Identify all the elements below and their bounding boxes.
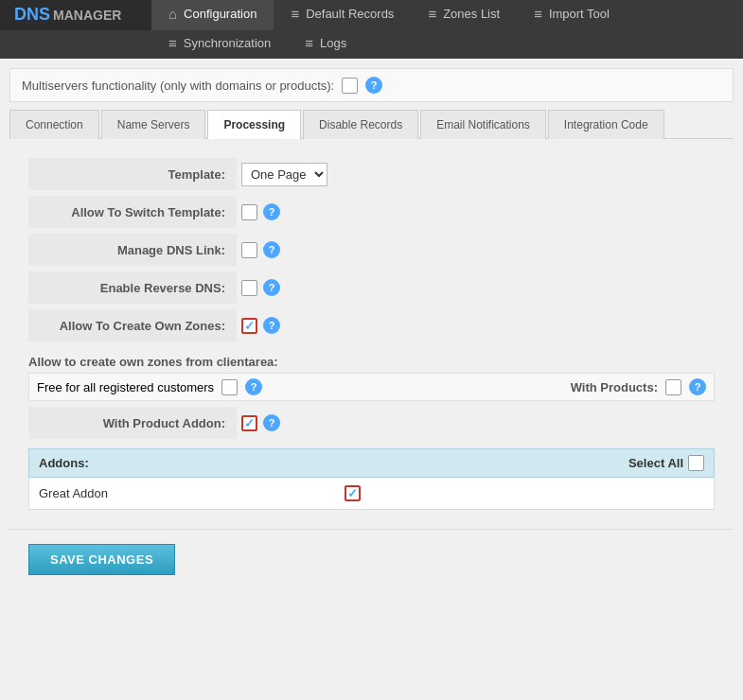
allow-switch-checkbox[interactable]	[241, 204, 257, 220]
enable-reverse-control: ?	[237, 279, 715, 296]
free-all-label: Free for all registered customers	[37, 380, 214, 394]
allow-switch-row: Allow To Switch Template: ?	[28, 196, 715, 228]
multiserver-bar: Multiservers functionality (only with do…	[9, 68, 734, 102]
manage-dns-checkbox[interactable]	[241, 242, 257, 258]
great-addon-checkbox[interactable]	[345, 485, 361, 501]
save-changes-button[interactable]: SAVE CHANGES	[28, 544, 175, 575]
brand-logo: DNS MANAGER	[0, 0, 151, 30]
brand-manager: MANAGER	[53, 8, 121, 23]
tab-name-servers[interactable]: Name Servers	[101, 110, 206, 139]
nav-item-default-records[interactable]: ≡ Default Records	[274, 0, 411, 30]
allow-create-help-icon[interactable]: ?	[263, 317, 280, 334]
nav-item-logs[interactable]: ≡ Logs	[288, 30, 363, 60]
enable-reverse-help-icon[interactable]: ?	[263, 279, 280, 296]
manage-dns-row: Manage DNS Link: ?	[28, 234, 715, 266]
nav-label-synchronization: Synchronization	[184, 36, 272, 50]
nav-label-default-records: Default Records	[306, 7, 394, 21]
addons-title: Addons:	[39, 456, 89, 470]
with-product-addon-help-icon[interactable]: ?	[263, 414, 280, 431]
addon-name: Great Addon	[39, 486, 108, 500]
multiserver-checkbox[interactable]	[342, 78, 358, 94]
nav-item-synchronization[interactable]: ≡ Synchronization	[151, 30, 288, 60]
free-all-help-icon[interactable]: ?	[245, 378, 262, 395]
with-product-addon-checkbox[interactable]	[241, 415, 257, 431]
template-control: One Page	[237, 163, 715, 186]
records-icon: ≡	[291, 6, 299, 22]
enable-reverse-row: Enable Reverse DNS: ?	[28, 271, 715, 304]
allow-create-row: Allow To Create Own Zones: ?	[28, 309, 715, 341]
with-products-label: With Products:	[571, 380, 658, 394]
main-content: Multiservers functionality (only with do…	[0, 59, 743, 599]
tab-connection[interactable]: Connection	[9, 110, 99, 139]
allow-create-checkbox[interactable]	[241, 318, 257, 334]
clientarea-options-row: Free for all registered customers ? With…	[28, 373, 715, 401]
import-icon: ≡	[534, 6, 542, 22]
nav-label-import-tool: Import Tool	[549, 7, 610, 21]
top-navigation: DNS MANAGER ⌂ Configuration ≡ Default Re…	[0, 0, 743, 59]
tab-processing[interactable]: Processing	[207, 110, 301, 139]
addons-header: Addons: Select All	[28, 448, 715, 478]
nav-row2: ≡ Synchronization ≡ Logs	[0, 30, 743, 60]
with-product-addon-row: With Product Addon: ?	[28, 407, 715, 439]
allow-create-label: Allow To Create Own Zones:	[28, 309, 237, 341]
nav-label-logs: Logs	[320, 36, 346, 50]
brand-dns: DNS	[14, 5, 50, 25]
tab-email-notifications[interactable]: Email Notifications	[420, 110, 546, 139]
enable-reverse-checkbox[interactable]	[241, 280, 257, 296]
save-btn-area: SAVE CHANGES	[9, 529, 734, 589]
manage-dns-help-icon[interactable]: ?	[263, 241, 280, 258]
tabs-container: Connection Name Servers Processing Disab…	[9, 110, 734, 139]
tab-integration-code[interactable]: Integration Code	[548, 110, 664, 139]
template-label: Template:	[28, 158, 237, 190]
home-icon: ⌂	[168, 6, 177, 22]
clientarea-heading: Allow to create own zones from clientare…	[28, 347, 715, 373]
nav-label-zones-list: Zones List	[443, 7, 500, 21]
manage-dns-label: Manage DNS Link:	[28, 234, 237, 266]
nav-item-import-tool[interactable]: ≡ Import Tool	[517, 0, 627, 30]
multiserver-help-icon[interactable]: ?	[365, 77, 382, 94]
with-product-addon-label: With Product Addon:	[28, 407, 237, 439]
allow-switch-control: ?	[237, 203, 715, 220]
with-product-addon-control: ?	[237, 414, 715, 431]
sync-icon: ≡	[168, 35, 177, 51]
select-all-checkbox[interactable]	[688, 455, 704, 471]
free-all-checkbox[interactable]	[221, 379, 238, 395]
with-products-help-icon[interactable]: ?	[689, 378, 706, 395]
addon-row-great-addon: Great Addon	[28, 478, 715, 510]
nav-item-zones-list[interactable]: ≡ Zones List	[411, 0, 517, 30]
form-area: Template: One Page Allow To Switch Templ…	[9, 153, 734, 519]
template-row: Template: One Page	[28, 158, 715, 190]
allow-switch-help-icon[interactable]: ?	[263, 203, 280, 220]
logs-icon: ≡	[305, 35, 313, 51]
allow-switch-label: Allow To Switch Template:	[28, 196, 237, 228]
zones-icon: ≡	[428, 6, 436, 22]
allow-create-control: ?	[237, 317, 715, 334]
select-all-label: Select All	[628, 456, 683, 470]
enable-reverse-label: Enable Reverse DNS:	[28, 271, 237, 304]
manage-dns-control: ?	[237, 241, 715, 258]
nav-row1: ⌂ Configuration ≡ Default Records ≡ Zone…	[151, 0, 743, 30]
multiserver-label: Multiservers functionality (only with do…	[22, 79, 334, 93]
nav-item-configuration[interactable]: ⌂ Configuration	[151, 0, 274, 30]
with-products-checkbox[interactable]	[665, 379, 681, 395]
tab-disable-records[interactable]: Disable Records	[303, 110, 418, 139]
select-all-area: Select All	[628, 455, 704, 471]
nav-label-configuration: Configuration	[184, 7, 257, 21]
template-select[interactable]: One Page	[241, 163, 327, 186]
